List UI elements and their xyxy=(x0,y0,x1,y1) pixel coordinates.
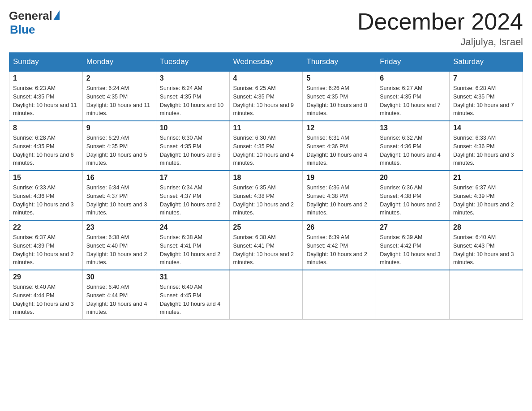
calendar-cell: 31Sunrise: 6:40 AMSunset: 4:45 PMDayligh… xyxy=(156,270,229,320)
day-number: 6 xyxy=(380,74,446,82)
calendar-cell: 25Sunrise: 6:38 AMSunset: 4:41 PMDayligh… xyxy=(229,220,303,270)
calendar-cell: 15Sunrise: 6:33 AMSunset: 4:36 PMDayligh… xyxy=(9,171,83,220)
day-info: Sunrise: 6:40 AMSunset: 4:43 PMDaylight:… xyxy=(453,233,519,267)
calendar-cell: 20Sunrise: 6:36 AMSunset: 4:38 PMDayligh… xyxy=(376,171,450,220)
calendar-cell: 12Sunrise: 6:31 AMSunset: 4:36 PMDayligh… xyxy=(303,121,376,171)
day-number: 30 xyxy=(86,273,152,281)
title-section: December 2024 Jaljulya, Israel xyxy=(357,9,523,48)
day-number: 5 xyxy=(306,74,372,82)
column-header-monday: Monday xyxy=(82,53,156,72)
day-number: 21 xyxy=(453,174,519,182)
calendar-cell: 30Sunrise: 6:40 AMSunset: 4:44 PMDayligh… xyxy=(82,270,156,320)
calendar-cell xyxy=(229,270,303,320)
calendar-cell: 29Sunrise: 6:40 AMSunset: 4:44 PMDayligh… xyxy=(9,270,83,320)
day-number: 15 xyxy=(13,174,79,182)
day-info: Sunrise: 6:33 AMSunset: 4:36 PMDaylight:… xyxy=(453,134,519,167)
logo-wrap: General Blue xyxy=(9,9,60,37)
day-number: 3 xyxy=(160,74,226,82)
logo-triangle-icon xyxy=(53,10,60,20)
day-info: Sunrise: 6:32 AMSunset: 4:36 PMDaylight:… xyxy=(380,134,446,167)
day-number: 17 xyxy=(160,174,226,182)
calendar-cell xyxy=(450,270,523,320)
location-text: Jaljulya, Israel xyxy=(357,36,523,48)
day-number: 10 xyxy=(160,124,226,132)
calendar-cell: 2Sunrise: 6:24 AMSunset: 4:35 PMDaylight… xyxy=(82,71,156,121)
day-info: Sunrise: 6:39 AMSunset: 4:42 PMDaylight:… xyxy=(306,233,372,267)
day-number: 11 xyxy=(233,124,299,132)
logo-line1: General xyxy=(9,9,60,23)
day-info: Sunrise: 6:37 AMSunset: 4:39 PMDaylight:… xyxy=(453,184,519,217)
calendar-cell: 23Sunrise: 6:38 AMSunset: 4:40 PMDayligh… xyxy=(82,220,156,270)
day-number: 12 xyxy=(306,124,372,132)
day-info: Sunrise: 6:31 AMSunset: 4:36 PMDaylight:… xyxy=(306,134,372,167)
day-info: Sunrise: 6:25 AMSunset: 4:35 PMDaylight:… xyxy=(233,84,299,118)
day-number: 20 xyxy=(380,174,446,182)
calendar-cell: 11Sunrise: 6:30 AMSunset: 4:35 PMDayligh… xyxy=(229,121,303,171)
day-info: Sunrise: 6:40 AMSunset: 4:44 PMDaylight:… xyxy=(13,283,79,317)
calendar-cell: 17Sunrise: 6:34 AMSunset: 4:37 PMDayligh… xyxy=(156,171,229,220)
day-number: 4 xyxy=(233,74,299,82)
day-info: Sunrise: 6:36 AMSunset: 4:38 PMDaylight:… xyxy=(306,184,372,217)
day-number: 16 xyxy=(86,174,152,182)
calendar-cell: 16Sunrise: 6:34 AMSunset: 4:37 PMDayligh… xyxy=(82,171,156,220)
week-row-4: 22Sunrise: 6:37 AMSunset: 4:39 PMDayligh… xyxy=(9,220,523,270)
day-info: Sunrise: 6:24 AMSunset: 4:35 PMDaylight:… xyxy=(160,84,226,118)
column-header-sunday: Sunday xyxy=(9,53,83,72)
day-info: Sunrise: 6:37 AMSunset: 4:39 PMDaylight:… xyxy=(13,233,79,267)
calendar-cell: 27Sunrise: 6:39 AMSunset: 4:42 PMDayligh… xyxy=(376,220,450,270)
calendar-cell: 8Sunrise: 6:28 AMSunset: 4:35 PMDaylight… xyxy=(9,121,83,171)
calendar-cell xyxy=(303,270,376,320)
day-number: 7 xyxy=(453,74,519,82)
day-number: 8 xyxy=(13,124,79,132)
day-info: Sunrise: 6:40 AMSunset: 4:45 PMDaylight:… xyxy=(160,283,226,317)
calendar-cell: 28Sunrise: 6:40 AMSunset: 4:43 PMDayligh… xyxy=(450,220,523,270)
week-row-3: 15Sunrise: 6:33 AMSunset: 4:36 PMDayligh… xyxy=(9,171,523,220)
week-row-1: 1Sunrise: 6:23 AMSunset: 4:35 PMDaylight… xyxy=(9,71,523,121)
day-info: Sunrise: 6:34 AMSunset: 4:37 PMDaylight:… xyxy=(160,184,226,217)
day-number: 31 xyxy=(160,273,226,281)
day-number: 24 xyxy=(160,223,226,231)
day-number: 22 xyxy=(13,223,79,231)
week-row-2: 8Sunrise: 6:28 AMSunset: 4:35 PMDaylight… xyxy=(9,121,523,171)
day-info: Sunrise: 6:36 AMSunset: 4:38 PMDaylight:… xyxy=(380,184,446,217)
day-number: 28 xyxy=(453,223,519,231)
calendar-cell: 22Sunrise: 6:37 AMSunset: 4:39 PMDayligh… xyxy=(9,220,83,270)
day-info: Sunrise: 6:33 AMSunset: 4:36 PMDaylight:… xyxy=(13,184,79,217)
day-number: 23 xyxy=(86,223,152,231)
day-info: Sunrise: 6:38 AMSunset: 4:41 PMDaylight:… xyxy=(233,233,299,267)
day-info: Sunrise: 6:30 AMSunset: 4:35 PMDaylight:… xyxy=(160,134,226,167)
logo-general-text: General xyxy=(9,9,52,23)
week-row-5: 29Sunrise: 6:40 AMSunset: 4:44 PMDayligh… xyxy=(9,270,523,320)
logo-blue-text: Blue xyxy=(10,23,60,37)
month-title: December 2024 xyxy=(357,9,523,34)
calendar-cell: 19Sunrise: 6:36 AMSunset: 4:38 PMDayligh… xyxy=(303,171,376,220)
calendar-cell: 26Sunrise: 6:39 AMSunset: 4:42 PMDayligh… xyxy=(303,220,376,270)
day-number: 2 xyxy=(86,74,152,82)
day-info: Sunrise: 6:40 AMSunset: 4:44 PMDaylight:… xyxy=(86,283,152,317)
calendar-cell: 13Sunrise: 6:32 AMSunset: 4:36 PMDayligh… xyxy=(376,121,450,171)
calendar-table: SundayMondayTuesdayWednesdayThursdayFrid… xyxy=(9,52,523,320)
page-header: General Blue December 2024 Jaljulya, Isr… xyxy=(9,9,523,48)
day-info: Sunrise: 6:34 AMSunset: 4:37 PMDaylight:… xyxy=(86,184,152,217)
day-info: Sunrise: 6:24 AMSunset: 4:35 PMDaylight:… xyxy=(86,84,152,118)
column-header-tuesday: Tuesday xyxy=(156,53,229,72)
column-header-thursday: Thursday xyxy=(303,53,376,72)
day-number: 9 xyxy=(86,124,152,132)
calendar-cell: 1Sunrise: 6:23 AMSunset: 4:35 PMDaylight… xyxy=(9,71,83,121)
calendar-cell: 6Sunrise: 6:27 AMSunset: 4:35 PMDaylight… xyxy=(376,71,450,121)
day-info: Sunrise: 6:39 AMSunset: 4:42 PMDaylight:… xyxy=(380,233,446,267)
calendar-cell: 3Sunrise: 6:24 AMSunset: 4:35 PMDaylight… xyxy=(156,71,229,121)
day-number: 1 xyxy=(13,74,79,82)
day-number: 18 xyxy=(233,174,299,182)
day-number: 29 xyxy=(13,273,79,281)
calendar-cell: 9Sunrise: 6:29 AMSunset: 4:35 PMDaylight… xyxy=(82,121,156,171)
day-info: Sunrise: 6:38 AMSunset: 4:41 PMDaylight:… xyxy=(160,233,226,267)
column-header-wednesday: Wednesday xyxy=(229,53,303,72)
logo: General Blue xyxy=(9,9,60,37)
calendar-cell: 5Sunrise: 6:26 AMSunset: 4:35 PMDaylight… xyxy=(303,71,376,121)
day-number: 19 xyxy=(306,174,372,182)
calendar-cell: 10Sunrise: 6:30 AMSunset: 4:35 PMDayligh… xyxy=(156,121,229,171)
day-info: Sunrise: 6:28 AMSunset: 4:35 PMDaylight:… xyxy=(13,134,79,167)
day-info: Sunrise: 6:38 AMSunset: 4:40 PMDaylight:… xyxy=(86,233,152,267)
day-number: 27 xyxy=(380,223,446,231)
